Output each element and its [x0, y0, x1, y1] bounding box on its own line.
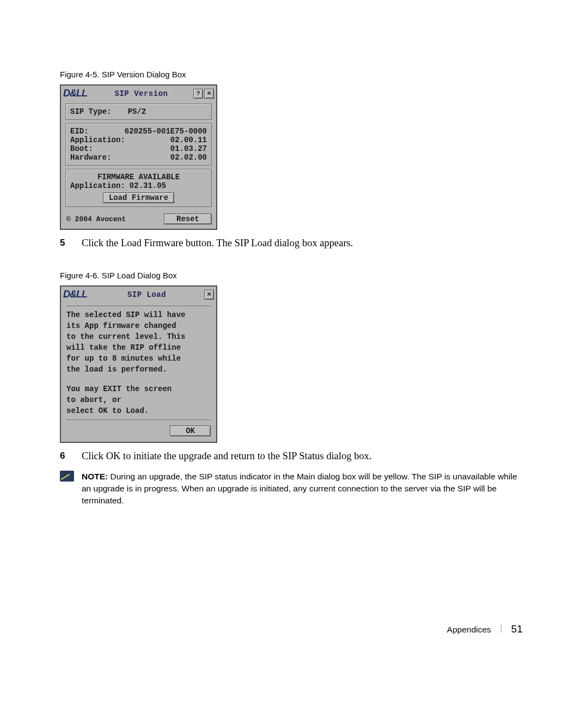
note-body: During an upgrade, the SIP status indica…: [82, 472, 517, 505]
sip-version-dialog: D&LL SIP Version ? × SIP Type: PS/2 EID:…: [60, 84, 217, 230]
note-block: NOTE: During an upgrade, the SIP status …: [60, 471, 528, 507]
firmware-available-title: FIRMWARE AVAILABLE: [70, 173, 207, 181]
msg-line: its App firmware changed: [66, 320, 211, 331]
application-value: 02.00.11: [170, 136, 207, 144]
close-icon[interactable]: ×: [204, 89, 214, 99]
sip-type-label: SIP Type:: [70, 107, 112, 116]
msg-line: You may EXIT the screen: [66, 384, 211, 394]
hardware-row: Hardware: 02.02.00: [70, 153, 207, 162]
sip-type-value: PS/2: [128, 107, 146, 116]
fw-application-value: 02.31.05: [130, 181, 166, 190]
msg-line: for up to 8 minutes while: [66, 353, 211, 364]
figure-4-6-caption: Figure 4-6. SIP Load Dialog Box: [60, 271, 528, 280]
sip-type-panel: SIP Type: PS/2: [65, 104, 212, 120]
application-row: Application: 02.00.11: [70, 136, 207, 144]
msg-line: select OK to Load.: [66, 405, 211, 416]
figure-4-5-caption: Figure 4-5. SIP Version Dialog Box: [60, 70, 528, 79]
fw-application-row: Application: 02.31.05: [70, 181, 207, 190]
sip-version-titlebar: D&LL SIP Version ? ×: [61, 86, 216, 100]
step-5: 5 Click the Load Firmware button. The SI…: [60, 238, 528, 249]
help-icon[interactable]: ?: [193, 89, 203, 99]
load-firmware-button[interactable]: Load Firmware: [103, 192, 174, 203]
sip-load-dialog: D&LL SIP Load × The selected SIP will ha…: [60, 285, 217, 443]
dialog-title: SIP Version: [90, 89, 192, 98]
dialog-footer: © 2004 Avocent Reset: [61, 210, 216, 229]
msg-line: the load is performed.: [66, 364, 211, 375]
page-number: 51: [511, 623, 523, 635]
step-6: 6 Click OK to initiate the upgrade and r…: [60, 451, 528, 462]
ok-button[interactable]: OK: [170, 425, 211, 436]
close-icon[interactable]: ×: [204, 290, 214, 300]
eid-label: EID:: [70, 127, 89, 136]
note-icon: [60, 471, 74, 482]
dell-logo-icon: D&LL: [63, 289, 87, 300]
note-text: NOTE: During an upgrade, the SIP status …: [82, 471, 528, 507]
boot-label: Boot:: [70, 144, 93, 153]
application-label: Application:: [70, 136, 125, 144]
reset-button[interactable]: Reset: [164, 214, 212, 224]
eid-row: EID: 620255-001E75-0000: [70, 127, 207, 136]
copyright-text: © 2004 Avocent: [66, 215, 126, 223]
firmware-available-panel: FIRMWARE AVAILABLE Application: 02.31.05…: [65, 169, 212, 207]
eid-value: 620255-001E75-0000: [125, 127, 207, 136]
step-5-number: 5: [60, 238, 82, 249]
sip-load-titlebar: D&LL SIP Load ×: [61, 287, 216, 301]
boot-row: Boot: 01.03.27: [70, 144, 207, 153]
msg-line: The selected SIP will have: [66, 309, 211, 320]
step-6-number: 6: [60, 451, 82, 462]
boot-value: 01.03.27: [170, 144, 207, 153]
msg-line: will take the RIP offline: [66, 342, 211, 353]
dell-logo-icon: D&LL: [63, 88, 87, 99]
sip-load-message: The selected SIP will have its App firmw…: [66, 306, 211, 420]
sip-type-row: SIP Type: PS/2: [70, 107, 207, 116]
fw-application-label: Application:: [70, 181, 125, 190]
footer-divider: [501, 625, 501, 632]
step-6-text: Click OK to initiate the upgrade and ret…: [82, 451, 372, 462]
step-5-text: Click the Load Firmware button. The SIP …: [82, 238, 353, 249]
msg-line: to abort, or: [66, 394, 211, 405]
msg-line: to the current level. This: [66, 331, 211, 342]
dialog-title: SIP Load: [90, 290, 203, 299]
footer-section: Appendices: [447, 625, 491, 635]
version-info-panel: EID: 620255-001E75-0000 Application: 02.…: [65, 123, 212, 166]
hardware-value: 02.02.00: [170, 153, 207, 162]
page-footer: Appendices 51: [447, 623, 523, 635]
hardware-label: Hardware:: [70, 153, 112, 162]
note-label: NOTE:: [82, 472, 108, 481]
